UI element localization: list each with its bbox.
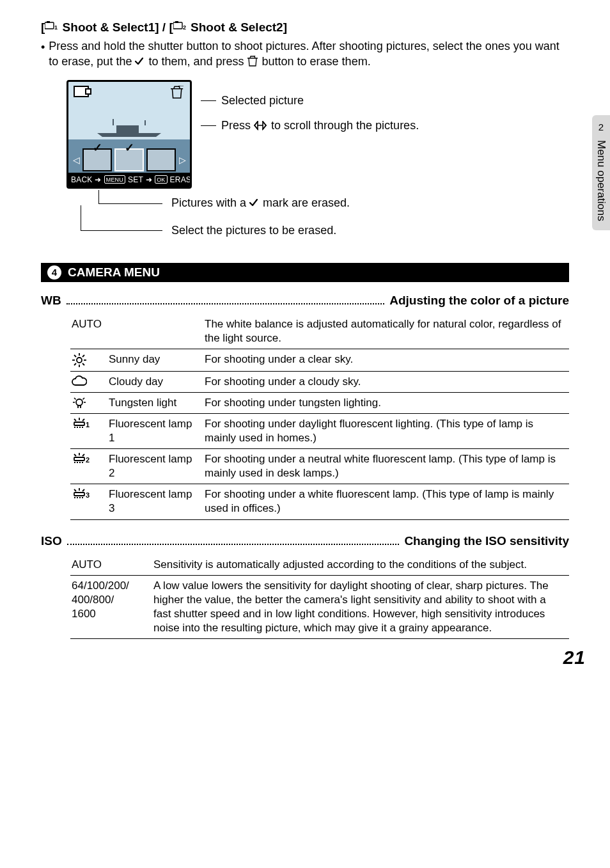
iso-cell-mode: AUTO [70, 555, 153, 576]
check-icon [135, 58, 145, 67]
table-row: Cloudy day For shooting under a cloudy s… [70, 371, 569, 392]
label-marked-row: Pictures with a mark are erased. [98, 196, 569, 210]
wb-heading-row: WB Adjusting the color of a picture [41, 294, 569, 308]
thumb-check-icon: ✓ [93, 141, 102, 155]
label-selected-picture: Selected picture [221, 94, 304, 107]
iso-heading-row: ISO Changing the ISO sensitivity [41, 534, 569, 548]
label-press-prefix: Press [221, 119, 254, 132]
cloud-icon [72, 375, 87, 388]
wb-key: WB [41, 294, 61, 308]
wb-cell-name: Sunny day [109, 349, 205, 371]
lcd-menu-label: MENU [104, 175, 125, 184]
lcd-set-label: SET [128, 175, 143, 184]
wb-cell-icon [70, 349, 109, 371]
diagram-below-labels: Pictures with a mark are erased. Select … [98, 196, 569, 244]
wb-cell-icon: 1 [70, 413, 109, 448]
lcd-footer-bar: BACK➜ MENU SET➜ OK ERASE➜ [68, 173, 190, 187]
label-select-pictures: Select the pictures to be erased. [171, 224, 336, 237]
wb-cell-name: Fluorescent lamp 1 [109, 413, 205, 448]
lcd-thumbnail-strip: ◁ ✓ ✓ ▷ [72, 148, 186, 171]
sun-icon [72, 352, 87, 368]
shoot-select-heading: [ Shoot & Select1] / [ Shoot & Select2] [41, 20, 569, 35]
lcd-erase-label: ERASE [170, 175, 192, 184]
label-press-text: Press to scroll through the pictures. [221, 119, 419, 132]
lcd-thumb-2: ✓ [114, 148, 144, 171]
lcd-trash-icon [171, 86, 185, 101]
leader-line-down [81, 205, 162, 231]
iso-key: ISO [41, 534, 62, 548]
diagram-area: ◁ ✓ ✓ ▷ BACK➜ MENU SET➜ OK ERASE➜ [66, 80, 569, 189]
page-number: 21 [563, 647, 586, 668]
svg-text:3: 3 [86, 491, 90, 499]
wb-cell-desc: For shooting under a clear sky. [205, 349, 569, 371]
bullet-part2: to them, and press [148, 55, 247, 68]
svg-text:1: 1 [86, 421, 90, 429]
bullet-dot: • [41, 40, 45, 70]
label-press-row: Press to scroll through the pictures. [201, 119, 419, 132]
camera-menu-number: 4 [47, 265, 61, 280]
side-tab-number: 2 [598, 122, 604, 132]
wb-cell-name: Fluorescent lamp 2 [109, 449, 205, 484]
lcd-thumb-1: ✓ [82, 148, 112, 171]
leader-line-down [98, 190, 162, 204]
mode2-icon [173, 21, 187, 31]
wb-table: AUTO The white balance is adjusted autom… [70, 314, 569, 520]
wb-cell-desc: For shooting under a neutral white fluor… [205, 449, 569, 484]
wb-cell-desc: For shooting under a white fluorescent l… [205, 484, 569, 519]
table-row: 1 Fluorescent lamp 1 For shooting under … [70, 413, 569, 448]
wb-cell-icon: 3 [70, 484, 109, 519]
thumb-check-icon: ✓ [125, 141, 134, 155]
side-tab: 2 Menu operations [592, 115, 610, 230]
wb-cell-desc: For shooting under daylight fluorescent … [205, 413, 569, 448]
bullet-text: Press and hold the shutter button to sho… [49, 38, 569, 70]
wb-cell-desc: For shooting under tungsten lighting. [205, 392, 569, 413]
table-row: AUTO Sensitivity is automatically adjust… [70, 555, 569, 576]
side-tab-label: Menu operations [595, 140, 607, 221]
lcd-thumb-3 [146, 148, 176, 171]
iso-cell-desc: Sensitivity is automatically adjusted ac… [153, 555, 569, 576]
label-marked-prefix: Pictures with a [171, 196, 249, 209]
label-marked-suffix: mark are erased. [260, 196, 350, 209]
bullet-part3: button to erase them. [262, 55, 371, 68]
wb-desc: Adjusting the color of a picture [389, 294, 569, 308]
lcd-left-arrow: ◁ [72, 148, 80, 171]
heading-bracket-close: Shoot & Select2] [187, 20, 287, 34]
page-content: [ Shoot & Select1] / [ Shoot & Select2] … [0, 0, 610, 639]
fluorescent1-icon: 1 [72, 417, 90, 430]
wb-cell-icon [70, 392, 109, 413]
bulb-icon [72, 396, 87, 410]
lcd-back-arrow: ➜ [95, 175, 101, 184]
leader-line [201, 125, 216, 126]
table-row: AUTO The white balance is adjusted autom… [70, 314, 569, 349]
camera-menu-header: 4 CAMERA MENU [41, 263, 569, 282]
table-row: 2 Fluorescent lamp 2 For shooting under … [70, 449, 569, 484]
wb-cell-icon: 2 [70, 449, 109, 484]
wb-cell-name: Tungsten light [109, 392, 205, 413]
label-select-row: Select the pictures to be erased. [81, 218, 569, 244]
table-row: Tungsten light For shooting under tungst… [70, 392, 569, 413]
table-row: 64/100/200/ 400/800/ 1600 A low value lo… [70, 575, 569, 638]
camera-menu-title: CAMERA MENU [68, 265, 160, 280]
iso-cell-mode: 64/100/200/ 400/800/ 1600 [70, 575, 153, 638]
lcd-screen: ◁ ✓ ✓ ▷ BACK➜ MENU SET➜ OK ERASE➜ [66, 80, 192, 189]
label-selected-row: Selected picture [201, 94, 419, 107]
lcd-ship-graphic [94, 119, 164, 138]
lcd-column: ◁ ✓ ✓ ▷ BACK➜ MENU SET➜ OK ERASE➜ [66, 80, 192, 189]
wb-cell-mode: AUTO [70, 314, 109, 349]
wb-cell-name [109, 314, 205, 349]
heading-mid: Shoot & Select1] / [ [59, 20, 173, 34]
lcd-ok-label: OK [155, 175, 167, 184]
left-right-icon [254, 121, 268, 131]
label-press-suffix: to scroll through the pictures. [268, 119, 419, 132]
iso-table: AUTO Sensitivity is automatically adjust… [70, 555, 569, 639]
iso-cell-desc: A low value lowers the sensitivity for d… [153, 575, 569, 638]
dotted-leader [66, 294, 385, 304]
table-row: 3 Fluorescent lamp 3 For shooting under … [70, 484, 569, 519]
lcd-mode-icon [74, 86, 89, 97]
iso-desc: Changing the ISO sensitivity [404, 534, 569, 548]
lcd-set-arrow: ➜ [146, 175, 152, 184]
label-marked-text: Pictures with a mark are erased. [171, 196, 350, 210]
fluorescent2-icon: 2 [72, 452, 90, 465]
wb-cell-name: Cloudy day [109, 371, 205, 392]
check-icon [249, 199, 260, 208]
